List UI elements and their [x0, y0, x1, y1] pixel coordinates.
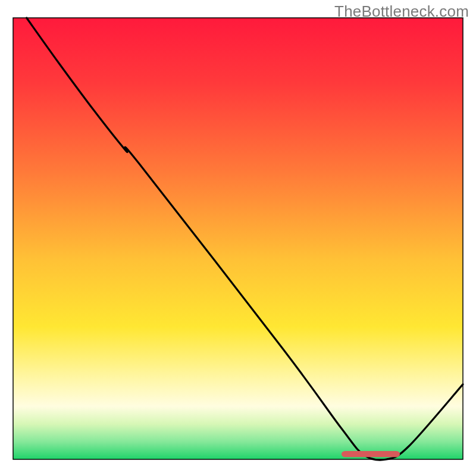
- bottleneck-chart: [0, 0, 476, 476]
- optimal-region-marker: [342, 451, 400, 457]
- gradient-background: [13, 18, 463, 459]
- watermark-text: TheBottleneck.com: [334, 2, 469, 21]
- chart-container: TheBottleneck.com: [0, 0, 476, 476]
